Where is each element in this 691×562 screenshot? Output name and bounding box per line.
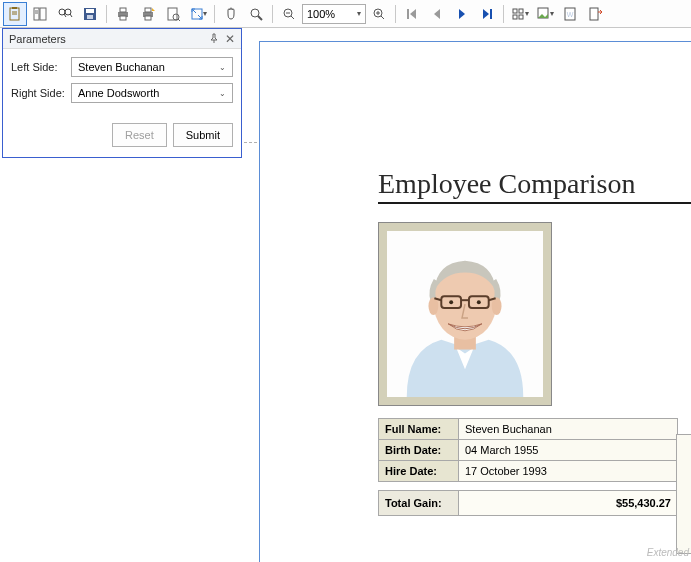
report-page: Employee Comparison (260, 42, 691, 562)
svg-text:W: W (567, 11, 574, 18)
zoom-out-button[interactable] (277, 2, 301, 26)
svg-rect-5 (40, 8, 46, 20)
svg-point-53 (477, 300, 481, 304)
totalgain-label: Total Gain: (379, 491, 459, 516)
svg-point-52 (449, 300, 453, 304)
svg-rect-19 (145, 8, 151, 12)
birthdate-label: Birth Date: (379, 440, 459, 461)
magnifier-button[interactable] (244, 2, 268, 26)
right-side-combo[interactable]: Anne Dodsworth ⌄ (71, 83, 233, 103)
svg-rect-13 (86, 9, 94, 13)
report-title: Employee Comparison (378, 168, 691, 204)
svg-rect-35 (519, 9, 523, 13)
main-toolbar: ▾ 100%▾ ▾ ▾ W (0, 0, 691, 28)
prev-page-button[interactable] (425, 2, 449, 26)
reset-button[interactable]: Reset (112, 123, 167, 147)
left-side-label: Left Side: (11, 61, 71, 73)
parameters-panel-button[interactable] (3, 2, 27, 26)
page-setup-button[interactable] (161, 2, 185, 26)
export-button[interactable] (583, 2, 607, 26)
zoom-value: 100% (307, 8, 335, 20)
watermark-button[interactable]: W (558, 2, 582, 26)
zoom-combo[interactable]: 100%▾ (302, 4, 366, 24)
fullname-value: Steven Buchanan (459, 419, 678, 440)
totalgain-value: $55,430.27 (459, 491, 678, 516)
chevron-down-icon: ⌄ (219, 63, 226, 72)
svg-rect-41 (590, 8, 598, 20)
svg-rect-17 (120, 16, 126, 20)
save-button[interactable] (78, 2, 102, 26)
hand-tool-button[interactable] (219, 2, 243, 26)
svg-rect-20 (145, 16, 151, 20)
document-map-button[interactable] (28, 2, 52, 26)
fullname-label: Full Name: (379, 419, 459, 440)
employee-details-table: Full Name:Steven Buchanan Birth Date:04 … (378, 418, 678, 482)
chevron-down-icon: ▾ (550, 9, 554, 18)
svg-line-26 (258, 16, 262, 20)
chevron-down-icon: ▾ (203, 9, 207, 18)
left-side-combo[interactable]: Steven Buchanan ⌄ (71, 57, 233, 77)
svg-rect-16 (120, 8, 126, 12)
svg-line-33 (381, 16, 384, 19)
pin-icon[interactable] (209, 33, 219, 45)
hiredate-label: Hire Date: (379, 461, 459, 482)
birthdate-value: 04 March 1955 (459, 440, 678, 461)
svg-rect-37 (519, 15, 523, 19)
table-row: Total Gain:$55,430.27 (379, 491, 678, 516)
chevron-down-icon: ⌄ (219, 89, 226, 98)
quick-print-button[interactable] (136, 2, 160, 26)
table-row: Hire Date:17 October 1993 (379, 461, 678, 482)
svg-rect-36 (513, 15, 517, 19)
right-column-strip (676, 434, 691, 554)
chevron-down-icon: ▾ (357, 9, 361, 18)
print-button[interactable] (111, 2, 135, 26)
panel-title: Parameters (9, 33, 66, 45)
background-color-button[interactable]: ▾ (533, 2, 557, 26)
svg-line-11 (70, 14, 72, 17)
next-page-button[interactable] (450, 2, 474, 26)
parameters-panel: Parameters ✕ Left Side: Steven Buchanan … (2, 28, 242, 158)
svg-rect-34 (513, 9, 517, 13)
right-side-value: Anne Dodsworth (78, 87, 159, 99)
find-button[interactable] (53, 2, 77, 26)
panel-header: Parameters ✕ (3, 29, 241, 49)
document-viewer[interactable]: Employee Comparison (244, 28, 691, 562)
chevron-down-icon: ▾ (525, 9, 529, 18)
zoom-in-button[interactable] (367, 2, 391, 26)
multipage-button[interactable]: ▾ (508, 2, 532, 26)
employee-photo (387, 231, 543, 397)
svg-point-25 (251, 9, 259, 17)
employee-photo-frame (378, 222, 552, 406)
hiredate-value: 17 October 1993 (459, 461, 678, 482)
first-page-button[interactable] (400, 2, 424, 26)
table-row: Birth Date:04 March 1955 (379, 440, 678, 461)
total-gain-table: Total Gain:$55,430.27 (378, 490, 678, 516)
close-icon[interactable]: ✕ (225, 34, 235, 44)
scale-button[interactable]: ▾ (186, 2, 210, 26)
table-row: Full Name:Steven Buchanan (379, 419, 678, 440)
extended-label: Extended (647, 547, 689, 558)
submit-button[interactable]: Submit (173, 123, 233, 147)
svg-rect-14 (87, 15, 93, 19)
svg-line-29 (291, 16, 294, 19)
svg-rect-1 (12, 7, 17, 9)
left-side-value: Steven Buchanan (78, 61, 165, 73)
right-side-label: Right Side: (11, 87, 71, 99)
last-page-button[interactable] (475, 2, 499, 26)
svg-line-23 (178, 19, 180, 21)
svg-rect-4 (34, 8, 39, 20)
